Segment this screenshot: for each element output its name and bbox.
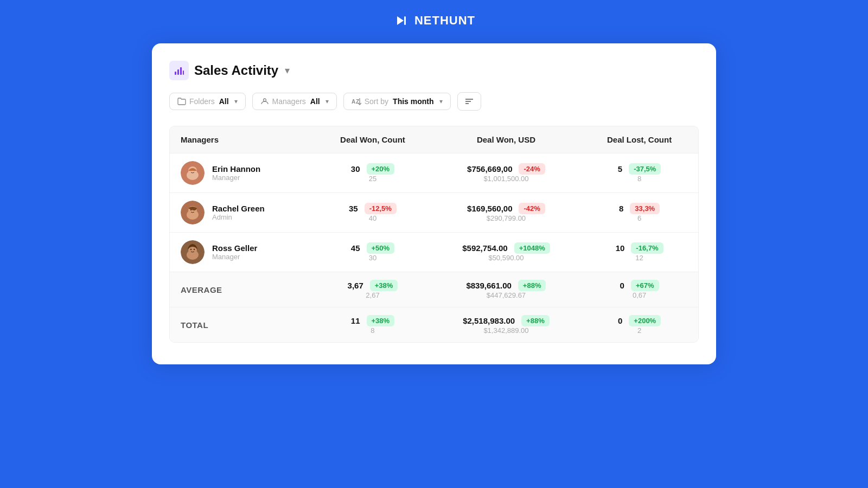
sort-filter[interactable]: A Z Sort by This month ▾	[343, 93, 451, 110]
sales-activity-icon	[169, 61, 189, 80]
title-chevron[interactable]: ▾	[285, 65, 290, 76]
managers-filter[interactable]: Managers All ▾	[252, 93, 337, 110]
svg-rect-3	[177, 69, 179, 75]
metric-row-main: 30 +20%	[324, 163, 421, 175]
metric-cell: 35 -12,5% 40	[314, 193, 432, 233]
az-sort-icon: A Z	[352, 97, 361, 106]
metric-main-value: 45	[351, 243, 360, 253]
metric-row-main: $839,661.00 +88%	[443, 280, 570, 291]
metric-cell: 3,67 +38% 2,67	[314, 272, 432, 307]
metric-cell: 11 +38% 8	[314, 307, 432, 343]
col-deal-lost-count: Deal Lost, Count	[580, 126, 698, 153]
metric-row-main: $169,560,00 -42%	[443, 203, 570, 214]
metric-sub-value: $447,629.67	[487, 291, 526, 299]
metric-row-main: 45 +50%	[324, 242, 421, 254]
metric-cell: 0 +67% 0,67	[580, 272, 698, 307]
badge: +20%	[367, 163, 395, 175]
svg-point-26	[190, 249, 192, 250]
badge: -12,5%	[365, 203, 397, 214]
metric-main-value: $592,754.00	[462, 243, 507, 253]
metric-cell: 10 -16,7% 12	[580, 233, 698, 272]
sort-value: This month	[393, 97, 433, 106]
svg-marker-0	[397, 16, 404, 25]
manager-name: Rachel Green	[212, 204, 265, 213]
metric-main-value: 8	[619, 204, 623, 213]
metric-main-value: $839,661.00	[466, 281, 511, 290]
metric-row-sub: 8	[591, 175, 687, 183]
metric-row-sub: 30	[324, 254, 421, 262]
metric-row-main: $2,518,983.00 +88%	[443, 315, 570, 326]
top-bar: NETHUNT	[0, 0, 868, 39]
metric-row-main: 0 +200%	[591, 315, 687, 326]
person-icon	[260, 97, 269, 106]
folder-icon	[177, 97, 186, 106]
metric-row-sub: 6	[591, 214, 687, 222]
metric-cell: $2,518,983.00 +88% $1,342,889.00	[432, 307, 580, 343]
metric-main-value: $169,560,00	[467, 204, 512, 213]
brand-logo: NETHUNT	[393, 12, 475, 29]
metric-sub-value: $1,001,500.00	[483, 175, 528, 183]
svg-rect-4	[180, 67, 182, 75]
metric-sub-value: 8	[371, 326, 374, 335]
badge: +88%	[518, 280, 546, 291]
metric-row-main: 3,67 +38%	[324, 280, 421, 291]
metric-row-main: 11 +38%	[324, 315, 421, 326]
metric-cell: 45 +50% 30	[314, 233, 432, 272]
metric-main-value: 10	[616, 243, 625, 253]
metric-main-value: 5	[618, 164, 622, 174]
total-label: TOTAL	[181, 320, 208, 330]
metric-row-sub: 0,67	[591, 291, 687, 299]
metric-sub-value: $290,799.00	[487, 214, 526, 222]
metric-sub-value: 12	[635, 254, 643, 262]
metric-cell: 30 +20% 25	[314, 153, 432, 193]
metric-main-value: 0	[618, 316, 622, 325]
badge: +88%	[521, 315, 550, 326]
metric-cell: 5 -37,5% 8	[580, 153, 698, 193]
badge: +200%	[629, 315, 661, 326]
brand-name: NETHUNT	[414, 14, 475, 28]
badge: -24%	[519, 163, 545, 175]
nethunt-logo-icon	[393, 12, 410, 29]
badge: -42%	[519, 203, 545, 214]
manager-cell: Erin Hannon Manager	[170, 153, 314, 193]
svg-rect-2	[175, 72, 176, 75]
table-row: Ross Geller Manager 45 +50% 30 $592,	[170, 233, 698, 272]
chart-bar-icon	[174, 65, 184, 76]
page-title: Sales Activity	[194, 63, 278, 78]
avatar	[181, 161, 205, 185]
svg-text:A: A	[352, 99, 355, 105]
metric-sub-value: 8	[637, 175, 641, 183]
svg-rect-1	[404, 16, 406, 25]
total-label-cell: TOTAL	[170, 307, 314, 343]
sort-lines-icon	[464, 97, 474, 106]
folders-chevron: ▾	[234, 98, 238, 105]
metric-row-main: $592,754.00 +1048%	[443, 242, 570, 254]
table-header-row: Managers Deal Won, Count Deal Won, USD D…	[170, 126, 698, 153]
filters-bar: Folders All ▾ Managers All ▾ A Z Sort by…	[169, 92, 699, 111]
managers-label: Managers	[272, 97, 306, 106]
average-label: AVERAGE	[181, 285, 222, 294]
badge: +67%	[631, 280, 659, 291]
metric-main-value: 30	[351, 164, 360, 174]
sort-label: Sort by	[365, 97, 388, 106]
badge: -16,7%	[631, 242, 663, 254]
badge: +1048%	[514, 242, 550, 254]
metric-main-value: $756,669,00	[467, 164, 512, 174]
metric-row-sub: 2,67	[324, 291, 421, 299]
metric-row-main: 5 -37,5%	[591, 163, 687, 175]
metric-row-sub: $290,799.00	[443, 214, 570, 222]
manager-cell: Rachel Green Admin	[170, 193, 314, 233]
sort-order-button[interactable]	[457, 92, 481, 111]
metric-sub-value: 30	[369, 254, 376, 262]
metric-sub-value: $1,342,889.00	[483, 326, 528, 335]
average-row: AVERAGE 3,67 +38% 2,67 $839,661.00 +88%	[170, 272, 698, 307]
badge: +38%	[370, 280, 398, 291]
metric-sub-value: 2	[637, 326, 641, 335]
metric-row-main: 8 33,3%	[591, 203, 687, 214]
folders-filter[interactable]: Folders All ▾	[169, 93, 246, 110]
metric-row-sub: 40	[324, 214, 421, 222]
metric-cell: $169,560,00 -42% $290,799.00	[432, 193, 580, 233]
metric-row-sub: 12	[591, 254, 687, 262]
svg-point-6	[263, 99, 266, 101]
metric-main-value: 0	[620, 281, 624, 290]
